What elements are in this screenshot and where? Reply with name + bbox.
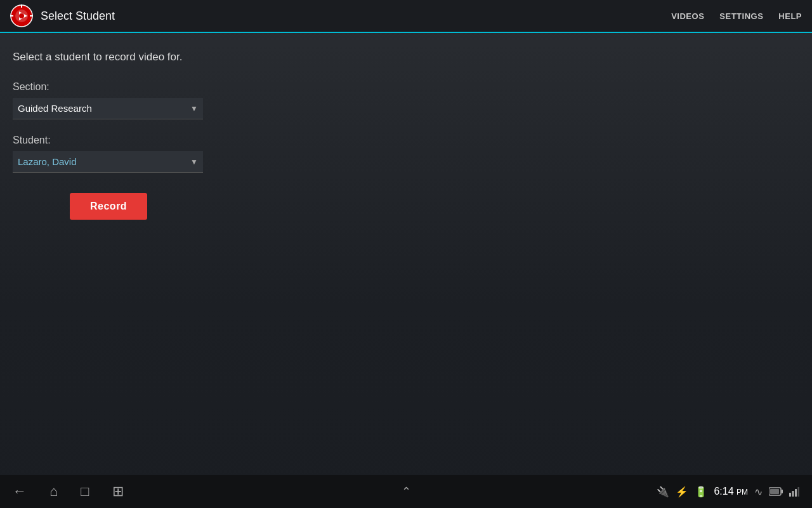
nav-help[interactable]: HELP [778,9,802,23]
clock-time: 6:14 PM [714,486,748,497]
section-dropdown[interactable]: Guided Research [13,98,203,119]
bottom-nav-icons: ← ⌂ □ ⊞ [13,483,657,500]
wifi-icon: ∿ [754,486,763,498]
section-field-group: Section: Guided Research ▼ [13,81,799,119]
nav-settings[interactable]: SETTINGS [719,9,763,23]
home-icon[interactable]: ⌂ [49,483,58,500]
bottom-navigation-bar: ← ⌂ □ ⊞ ⌃ 🔌 ⚡ 🔋 6:14 PM ∿ [0,475,812,508]
student-dropdown-wrapper: Lazaro, David ▼ [13,151,203,173]
usb-icon: 🔌 [657,486,669,498]
page-subtitle: Select a student to record video for. [13,51,799,64]
center-chevron-icon: ⌃ [402,485,411,498]
signal-icon [789,486,799,497]
svg-rect-12 [795,489,797,497]
svg-rect-11 [792,491,794,497]
grid-icon[interactable]: ⊞ [112,483,124,500]
svg-rect-13 [798,487,800,497]
app-title: Select Student [41,10,671,23]
svg-rect-10 [789,493,791,497]
app-logo-icon [10,4,33,27]
record-button[interactable]: Record [70,193,147,220]
section-label: Section: [13,81,799,93]
back-icon[interactable]: ← [13,483,27,500]
svg-point-3 [19,13,24,18]
student-dropdown[interactable]: Lazaro, David [13,151,203,173]
section-dropdown-wrapper: Guided Research ▼ [13,98,203,119]
top-navigation-bar: Select Student VIDEOS SETTINGS HELP [0,0,812,33]
svg-rect-8 [782,490,783,493]
battery-level-icon [769,487,783,496]
student-field-group: Student: Lazaro, David ▼ [13,135,799,173]
student-label: Student: [13,135,799,146]
battery-charging-icon: 🔋 [695,486,707,498]
topbar-nav: VIDEOS SETTINGS HELP [671,9,802,23]
recents-icon[interactable]: □ [81,483,89,500]
nav-videos[interactable]: VIDEOS [671,9,704,23]
status-area: 🔌 ⚡ 🔋 6:14 PM ∿ [657,486,799,498]
svg-rect-9 [770,489,779,494]
main-content: Select a student to record video for. Se… [0,33,812,220]
bolt-icon: ⚡ [676,486,688,498]
